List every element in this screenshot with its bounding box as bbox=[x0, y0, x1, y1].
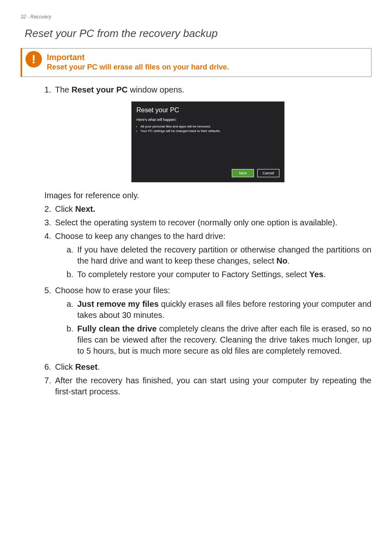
important-callout: ! Important Reset your PC will erase all… bbox=[21, 48, 371, 77]
reset-pc-dialog: Reset your PC Here's what will happen: A… bbox=[131, 101, 285, 183]
dialog-subtitle: Here's what will happen: bbox=[136, 117, 279, 122]
cancel-button[interactable]: Cancel bbox=[257, 169, 279, 177]
substep-text: If you have deleted the recovery partiti… bbox=[77, 245, 371, 265]
substep-marker: b. bbox=[67, 269, 77, 280]
dialog-buttons: Next Cancel bbox=[232, 169, 279, 177]
substep-text-bold: Just remove my files bbox=[77, 299, 159, 308]
substep-text-bold: Fully clean the drive bbox=[77, 324, 157, 333]
step-text: window opens. bbox=[128, 85, 184, 94]
step-text: Choose to keep any changes to the hard d… bbox=[55, 231, 371, 242]
step-3: 3. Select the operating system to recove… bbox=[44, 217, 371, 228]
step-text: Click bbox=[55, 204, 75, 213]
important-body: Reset your PC will erase all files on yo… bbox=[47, 63, 365, 72]
substep-marker: a. bbox=[67, 299, 77, 321]
next-button[interactable]: Next bbox=[232, 169, 254, 177]
step-text: Select the operating system to recover (… bbox=[55, 217, 371, 228]
step-marker: 6. bbox=[44, 361, 55, 373]
substep-marker: b. bbox=[67, 323, 77, 357]
step-text: . bbox=[97, 362, 100, 371]
substep-5a: a. Just remove my files quickly erases a… bbox=[67, 299, 371, 321]
substep-marker: a. bbox=[67, 244, 77, 266]
step-marker: 3. bbox=[44, 217, 55, 228]
step-5: 5. Choose how to erase your files: a. Ju… bbox=[44, 285, 371, 359]
substep-text: To completely restore your computer to F… bbox=[77, 270, 309, 279]
important-title: Important bbox=[47, 53, 365, 62]
step-text: Choose how to erase your files: bbox=[55, 285, 371, 296]
step-text: The bbox=[55, 85, 71, 94]
step-text: After the recovery has finished, you can… bbox=[55, 375, 371, 397]
page: 32 - Recovery Reset your PC from the rec… bbox=[0, 0, 392, 556]
step-marker: 4. bbox=[44, 231, 55, 283]
section-title: Reset your PC from the recovery backup bbox=[25, 27, 371, 40]
step-6: 6. Click Reset. bbox=[44, 361, 371, 373]
step-text-bold: Reset your PC bbox=[71, 85, 128, 94]
step-marker: 2. bbox=[44, 204, 55, 215]
step-text-bold: Next. bbox=[75, 204, 95, 213]
steps-list: 1. The Reset your PC window opens. Reset… bbox=[44, 84, 371, 397]
screenshot-wrap: Reset your PC Here's what will happen: A… bbox=[44, 101, 371, 183]
page-header: 32 - Recovery bbox=[21, 14, 371, 20]
substep-4b: b. To completely restore your computer t… bbox=[67, 269, 371, 280]
step-7: 7. After the recovery has finished, you … bbox=[44, 375, 371, 397]
substep-5b: b. Fully clean the drive completely clea… bbox=[67, 323, 371, 357]
dialog-bullet: Your PC settings will be changed back to… bbox=[141, 129, 279, 134]
step-marker: 1. bbox=[44, 84, 55, 95]
warning-icon: ! bbox=[25, 51, 42, 67]
step-marker: 7. bbox=[44, 375, 55, 397]
dialog-bullets: All your personal files and apps will be… bbox=[136, 125, 279, 134]
step-4: 4. Choose to keep any changes to the har… bbox=[44, 231, 371, 283]
substep-text: . bbox=[287, 256, 290, 265]
substep-text-bold: Yes bbox=[309, 270, 323, 279]
step-text-bold: Reset bbox=[75, 362, 97, 371]
step-text: Click bbox=[55, 362, 75, 371]
dialog-bullet: All your personal files and apps will be… bbox=[141, 125, 279, 129]
substep-4a: a. If you have deleted the recovery part… bbox=[67, 244, 371, 266]
substep-text-bold: No bbox=[277, 256, 288, 265]
step-2: 2. Click Next. bbox=[44, 204, 371, 215]
substep-text: . bbox=[323, 270, 326, 279]
dialog-title: Reset your PC bbox=[136, 106, 279, 115]
step-1: 1. The Reset your PC window opens. bbox=[44, 84, 371, 95]
images-note: Images for reference only. bbox=[44, 190, 371, 201]
step-marker: 5. bbox=[44, 285, 55, 359]
